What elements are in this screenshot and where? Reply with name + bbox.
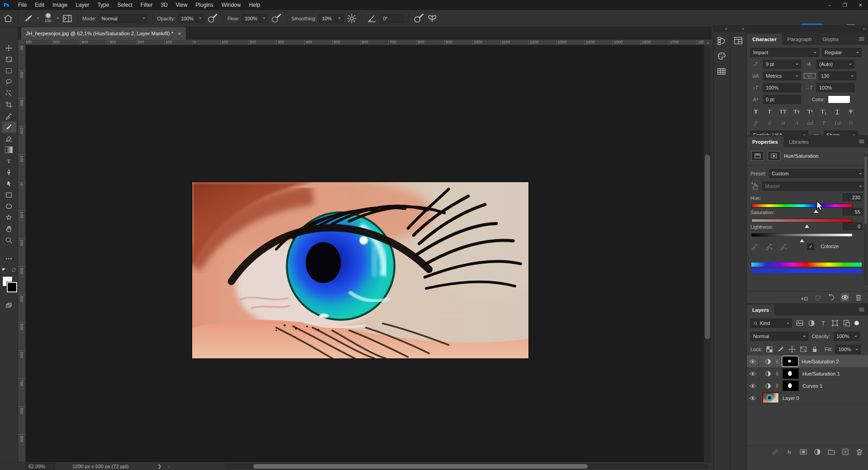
- layer-mask-thumbnail[interactable]: [783, 368, 799, 379]
- panel-menu-icon[interactable]: [858, 138, 865, 145]
- flow-select[interactable]: 100%: [242, 14, 268, 23]
- tool-rectangle[interactable]: [2, 189, 16, 201]
- delete-adjustment-icon[interactable]: [854, 293, 863, 301]
- faux-italic-button[interactable]: T: [764, 107, 775, 116]
- home-icon[interactable]: [3, 13, 14, 24]
- eye-photo[interactable]: [192, 182, 528, 358]
- small-caps-button[interactable]: Tᴛ: [791, 107, 802, 116]
- saturation-value-field[interactable]: 55: [843, 208, 863, 216]
- menu-filter[interactable]: Filter: [137, 0, 157, 9]
- layer-name[interactable]: Hue/Saturation 1: [802, 371, 840, 376]
- new-group-icon[interactable]: [827, 448, 835, 456]
- toggle-brush-panel-icon[interactable]: [62, 13, 73, 24]
- layer-row[interactable]: Layer 0: [747, 392, 868, 404]
- reset-adjustment-icon[interactable]: [827, 293, 835, 301]
- lock-all-icon[interactable]: [811, 345, 819, 353]
- close-tab-icon[interactable]: ×: [178, 30, 181, 37]
- tool-crop[interactable]: [2, 99, 16, 110]
- layer-visibility-icon[interactable]: [841, 293, 849, 301]
- tool-zoom[interactable]: [2, 235, 16, 246]
- layer-row[interactable]: Hue/Saturation 1: [747, 367, 868, 380]
- properties-scrollbar[interactable]: ᴧᴠ: [864, 150, 868, 288]
- collapsed-panel-icon[interactable]: [733, 36, 743, 46]
- new-adjustment-icon[interactable]: [813, 448, 821, 456]
- delete-layer-icon[interactable]: [855, 448, 863, 456]
- pressure-size-icon[interactable]: [413, 13, 424, 24]
- layer-visibility-cell[interactable]: [747, 367, 759, 380]
- horizontal-scroll-thumb[interactable]: [253, 464, 588, 469]
- panel-menu-icon[interactable]: [858, 35, 865, 42]
- default-colors-icon[interactable]: [1, 267, 7, 273]
- tab-properties[interactable]: Properties: [747, 136, 783, 147]
- ordinals-italic-button[interactable]: T: [818, 118, 829, 127]
- preset-select[interactable]: Custom: [769, 169, 864, 178]
- layer-name[interactable]: Layer 0: [783, 395, 799, 401]
- tool-ellipse[interactable]: [2, 201, 16, 212]
- history-panel-icon[interactable]: [717, 36, 726, 46]
- layer-thumbnail[interactable]: [763, 393, 779, 403]
- lightness-slider[interactable]: [751, 233, 853, 237]
- mask-thumbnail-icon[interactable]: [768, 151, 780, 161]
- tool-marquee[interactable]: [2, 65, 16, 76]
- layer-filter-kind-select[interactable]: Kind: [750, 319, 792, 328]
- canvas-area[interactable]: [26, 45, 704, 462]
- new-layer-icon[interactable]: [841, 448, 849, 456]
- gear-icon[interactable]: [346, 13, 357, 24]
- tool-frame[interactable]: [2, 54, 16, 65]
- lightness-value-field[interactable]: 0: [843, 222, 863, 230]
- tab-glyphs[interactable]: Glyphs: [817, 34, 844, 45]
- menu-window[interactable]: Window: [217, 0, 245, 9]
- tool-lasso[interactable]: [2, 76, 16, 88]
- dock-header[interactable]: »: [747, 25, 868, 33]
- color-panel-icon[interactable]: [717, 51, 726, 61]
- eye-icon[interactable]: [749, 382, 756, 390]
- layer-name[interactable]: Curves 1: [802, 383, 822, 389]
- menu-help[interactable]: Help: [245, 0, 264, 9]
- filter-toggle-icon[interactable]: [854, 321, 859, 325]
- layer-mask-thumbnail[interactable]: [783, 357, 798, 366]
- lock-position-icon[interactable]: [788, 345, 796, 353]
- titling-alternates-button[interactable]: ad: [805, 118, 816, 127]
- swatches-panel-icon[interactable]: [717, 66, 726, 76]
- menu-layer[interactable]: Layer: [71, 0, 93, 9]
- menu-3d[interactable]: 3D: [156, 0, 171, 9]
- collapse-icon[interactable]: «: [730, 25, 746, 32]
- tab-character[interactable]: Character: [747, 34, 782, 45]
- tool-eraser[interactable]: [2, 133, 16, 144]
- opacity-select[interactable]: 100%: [178, 14, 204, 23]
- clip-to-layer-icon[interactable]: [800, 293, 808, 301]
- adjustment-layer-icon[interactable]: [764, 370, 772, 377]
- background-color-swatch[interactable]: [7, 282, 17, 292]
- layer-row[interactable]: Curves 1: [747, 380, 868, 392]
- colorize-checkbox[interactable]: ✓: [807, 243, 814, 250]
- contextual-alternates-button[interactable]: σ: [764, 118, 775, 127]
- blend-mode-select[interactable]: Normal: [99, 14, 148, 23]
- ligatures-button[interactable]: fi: [750, 118, 761, 127]
- menu-edit[interactable]: Edit: [31, 0, 48, 9]
- menu-image[interactable]: Image: [48, 0, 71, 9]
- tool-type[interactable]: T: [2, 155, 16, 167]
- superscript-button[interactable]: T¹: [805, 107, 816, 116]
- lock-transparency-icon[interactable]: [765, 345, 774, 353]
- layer-style-icon[interactable]: fx: [785, 448, 793, 456]
- chevron-down-icon[interactable]: [57, 18, 59, 20]
- filter-adjustment-icon[interactable]: [807, 319, 816, 327]
- saturation-slider[interactable]: [751, 219, 853, 222]
- font-size-select[interactable]: 9 pt: [763, 60, 801, 69]
- subscript-button[interactable]: T₁: [818, 107, 829, 116]
- screen-mode-icon[interactable]: [2, 300, 16, 311]
- link-layers-icon[interactable]: [771, 448, 779, 456]
- vertical-scroll-thumb[interactable]: [705, 155, 710, 339]
- layer-mask-thumbnail[interactable]: [783, 381, 799, 391]
- stylistic-alternates-button[interactable]: st: [778, 118, 788, 127]
- smoothing-select[interactable]: 10%: [319, 14, 344, 23]
- tool-gradient[interactable]: [2, 144, 16, 155]
- horizontal-scrollbar[interactable]: [224, 464, 709, 469]
- layer-opacity-select[interactable]: 100%: [834, 332, 860, 341]
- symmetry-icon[interactable]: [427, 13, 438, 24]
- adjustment-thumbnail-icon[interactable]: [751, 151, 764, 161]
- menu-plugins[interactable]: Plugins: [192, 0, 217, 9]
- tab-layers[interactable]: Layers: [747, 305, 774, 315]
- menu-file[interactable]: File: [14, 0, 31, 9]
- font-style-select[interactable]: Regular: [822, 48, 862, 57]
